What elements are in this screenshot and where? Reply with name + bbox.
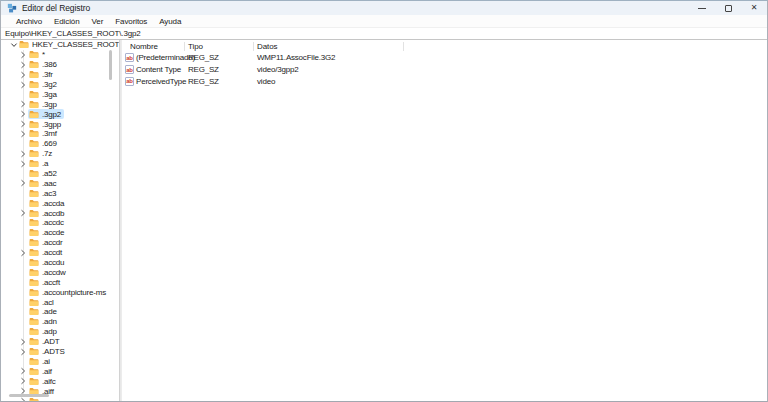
address-bar[interactable]: Equipo\HKEY_CLASSES_ROOT\.3gp2 <box>1 28 767 40</box>
folder-icon <box>29 397 39 402</box>
maximize-icon <box>725 5 732 12</box>
tree-item-aac[interactable]: .aac <box>1 178 119 188</box>
window-controls: ✕ <box>689 1 767 15</box>
chevron-right-icon[interactable] <box>20 367 28 375</box>
tree-item-3gp[interactable]: .3gp <box>1 99 119 109</box>
tree-item-label: .a <box>42 159 48 168</box>
tree-item-7z[interactable]: .7z <box>1 149 119 159</box>
tree-item-ade[interactable]: .ade <box>1 307 119 317</box>
value-row-contenttype[interactable]: abContent TypeREG_SZvideo/3gpp2 <box>122 64 767 76</box>
column-header-datos[interactable]: Datos <box>257 42 767 51</box>
close-button[interactable]: ✕ <box>741 1 767 15</box>
tree-item-3mf[interactable]: .3mf <box>1 129 119 139</box>
chevron-right-icon[interactable] <box>20 100 28 108</box>
minimize-button[interactable] <box>689 1 715 15</box>
tree-item-adn[interactable]: .adn <box>1 317 119 327</box>
tree-item-accdt[interactable]: .accdt <box>1 248 119 258</box>
value-row-predeterminado[interactable]: ab(Predeterminado)REG_SZWMP11.AssocFile.… <box>122 52 767 64</box>
tree-item-accdu[interactable]: .accdu <box>1 258 119 268</box>
tree-item-accdc[interactable]: .accdc <box>1 218 119 228</box>
tree-vertical-scrollbar[interactable] <box>109 50 112 80</box>
tree-item-accdw[interactable]: .accdw <box>1 267 119 277</box>
chevron-right-icon[interactable] <box>20 150 28 158</box>
string-value-icon: ab <box>125 65 134 74</box>
chevron-right-icon[interactable] <box>20 160 28 168</box>
tree-item-blank[interactable]: * <box>1 50 119 60</box>
chevron-right-icon[interactable] <box>20 397 28 401</box>
column-separator[interactable] <box>253 42 254 51</box>
tree-item-3gp2[interactable]: .3gp2 <box>1 109 119 119</box>
tree-item-a52[interactable]: .a52 <box>1 169 119 179</box>
tree-item-accft[interactable]: .accft <box>1 277 119 287</box>
tree-item-label: .3mf <box>42 129 57 138</box>
menu-ver[interactable]: Ver <box>92 17 104 26</box>
tree-horizontal-scrollbar[interactable] <box>9 394 49 397</box>
chevron-right-icon[interactable] <box>20 348 28 356</box>
tree-item-label: .aac <box>42 179 56 188</box>
folder-icon <box>29 60 39 69</box>
tree-item-386[interactable]: .386 <box>1 60 119 70</box>
tree-item-a[interactable]: .a <box>1 159 119 169</box>
chevron-right-icon[interactable] <box>20 249 28 257</box>
tree-item-aifc[interactable]: .aifc <box>1 376 119 386</box>
tree-item-hkeyclassesroot[interactable]: HKEY_CLASSES_ROOT <box>1 40 119 50</box>
chevron-right-icon[interactable] <box>20 71 28 79</box>
value-data: video <box>257 77 767 86</box>
chevron-right-icon[interactable] <box>20 110 28 118</box>
chevron-down-icon[interactable] <box>10 41 18 49</box>
tree-item-3fr[interactable]: .3fr <box>1 70 119 80</box>
value-row-perceivedtype[interactable]: abPerceivedTypeREG_SZvideo <box>122 75 767 87</box>
tree-item-accde[interactable]: .accde <box>1 228 119 238</box>
tree-item-aif[interactable]: .aif <box>1 366 119 376</box>
tree-item-accdb[interactable]: .accdb <box>1 208 119 218</box>
chevron-right-icon[interactable] <box>20 120 28 128</box>
menu-ayuda[interactable]: Ayuda <box>159 17 181 26</box>
tree-item-label: .a52 <box>42 169 57 178</box>
tree-item-adts[interactable]: .ADTS <box>1 347 119 357</box>
chevron-right-icon[interactable] <box>20 209 28 217</box>
tree-item-accountpicturems[interactable]: .accountpicture-ms <box>1 287 119 297</box>
chevron-right-icon[interactable] <box>20 81 28 89</box>
tree-item-body: .adp <box>28 327 60 337</box>
chevron-right-icon[interactable] <box>20 51 28 59</box>
tree-item-label: .aif <box>42 367 52 376</box>
column-separator[interactable] <box>403 42 404 51</box>
tree-item-3gpp[interactable]: .3gpp <box>1 119 119 129</box>
chevron-right-icon[interactable] <box>20 130 28 138</box>
value-name: (Predeterminado) <box>136 53 195 62</box>
tree-item-669[interactable]: .669 <box>1 139 119 149</box>
column-separator[interactable] <box>184 42 185 51</box>
title-bar: Editor del Registro ✕ <box>1 1 767 15</box>
menu-edicin[interactable]: Edición <box>54 17 80 26</box>
chevron-right-icon[interactable] <box>20 338 28 346</box>
tree-item-body: .accdr <box>28 238 66 248</box>
menu-favoritos[interactable]: Favoritos <box>115 17 147 26</box>
tree-item-acl[interactable]: .acl <box>1 297 119 307</box>
column-header-nombre[interactable]: Nombre <box>122 42 188 51</box>
address-path: Equipo\HKEY_CLASSES_ROOT\.3gp2 <box>5 29 141 38</box>
tree-item-body: .accdu <box>28 258 67 268</box>
tree-item-ai[interactable]: .ai <box>1 357 119 367</box>
folder-icon <box>29 120 39 129</box>
tree-item-label: .3gpp <box>42 120 61 129</box>
tree-item-accdr[interactable]: .accdr <box>1 238 119 248</box>
chevron-right-icon[interactable] <box>20 61 28 69</box>
tree-item-adp[interactable]: .adp <box>1 327 119 337</box>
chevron-right-icon[interactable] <box>20 179 28 187</box>
menu-archivo[interactable]: Archivo <box>16 17 42 26</box>
maximize-button[interactable] <box>715 1 741 15</box>
folder-icon <box>29 110 39 119</box>
tree-item-body: .accdt <box>28 248 65 258</box>
chevron-right-icon[interactable] <box>20 377 28 385</box>
tree-item-3g2[interactable]: .3g2 <box>1 80 119 90</box>
tree-item-accda[interactable]: .accda <box>1 198 119 208</box>
tree-item-ac3[interactable]: .ac3 <box>1 188 119 198</box>
column-header-tipo[interactable]: Tipo <box>188 42 257 51</box>
folder-icon <box>29 258 39 267</box>
tree-item-3ga[interactable]: .3ga <box>1 89 119 99</box>
tree-item-body: .aifc <box>28 376 59 386</box>
tree-item-body: .386 <box>28 60 60 70</box>
tree-item-adt[interactable]: .ADT <box>1 337 119 347</box>
tree-item-body: .aif <box>28 367 55 377</box>
registry-app-icon <box>7 3 17 13</box>
